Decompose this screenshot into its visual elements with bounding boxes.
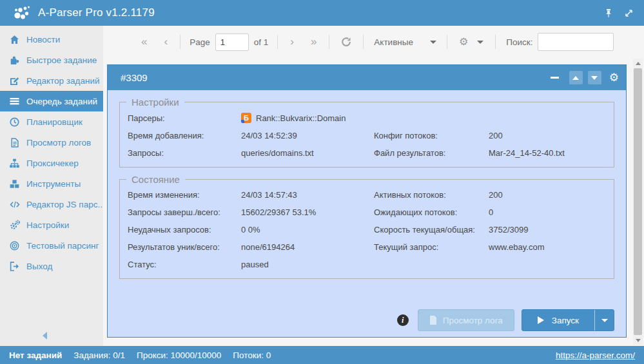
app-window: A-Parser Pro v1.2.1179 Новости Быстрое з… <box>0 0 644 364</box>
task-panel: #3309 ⚙ Настройки Парсеры: Б Rank::Bukva <box>107 64 627 338</box>
sidebar-item-task-queue[interactable]: Очередь заданий <box>0 91 103 111</box>
start-button[interactable]: Запуск <box>522 309 614 331</box>
scrollbar-thumb[interactable] <box>634 68 642 335</box>
chevron-down-icon <box>430 41 436 44</box>
toolbar-separator <box>495 35 496 49</box>
task-filter-value: Активные <box>374 37 413 47</box>
page-total-label: of 1 <box>254 37 269 47</box>
changed-time-label: Время изменения: <box>128 190 241 200</box>
scroll-up-button[interactable] <box>633 59 643 68</box>
list-icon <box>9 97 20 106</box>
toolbar-separator <box>363 35 364 49</box>
settings-legend: Настройки <box>126 97 184 108</box>
bukvarix-parser-icon: Б <box>241 113 251 123</box>
search-input[interactable] <box>538 33 614 51</box>
refresh-button[interactable] <box>333 37 359 47</box>
tasks-counter: Задания: 0/1 <box>73 350 125 360</box>
search-label: Поиск: <box>506 37 532 47</box>
status-label: Статус: <box>128 260 241 269</box>
triangle-down-icon <box>591 76 598 80</box>
task-panel-header: #3309 ⚙ <box>108 65 626 90</box>
a-parser-site-link[interactable]: https://a-parser.com/ <box>556 350 635 360</box>
task-filter-dropdown[interactable]: Активные <box>367 37 443 47</box>
sidebar-item-test-parsing[interactable]: Тестовый парсинг <box>0 235 103 256</box>
app-title: A-Parser Pro v1.2.1179 <box>38 6 155 19</box>
queries-done-label: Запросы заверш./всего: <box>128 207 241 217</box>
current-query-value: www.ebay.com <box>489 242 614 252</box>
first-page-button[interactable]: « <box>133 34 155 50</box>
task-settings-gear-icon[interactable]: ⚙ <box>609 72 619 83</box>
task-actions: i Просмотр лога Запуск <box>397 309 614 331</box>
cubes-icon <box>9 179 20 189</box>
triangle-up-icon <box>636 62 641 65</box>
sidebar-item-label: Просмотр логов <box>26 138 91 148</box>
pin-icon[interactable] <box>604 8 613 18</box>
sidebar-item-label: Тестовый парсинг <box>26 241 99 251</box>
speed-label: Скорость текущая/общая: <box>374 225 489 235</box>
expand-icon[interactable] <box>624 8 634 18</box>
start-label: Запуск <box>552 316 579 325</box>
field-row: Время добавления: 24/03 14:52:39 Конфиг … <box>120 127 614 144</box>
chevron-down-icon <box>601 319 608 322</box>
sidebar-item-task-editor[interactable]: Редактор заданий <box>0 70 103 91</box>
home-icon <box>9 35 20 44</box>
info-icon[interactable]: i <box>397 314 409 326</box>
prev-page-button[interactable]: ‹ <box>155 34 176 50</box>
field-row: Неудачных запросов: 0 0% Скорость текуща… <box>120 221 614 238</box>
result-file-value: Mar-24_14-52-40.txt <box>489 148 614 158</box>
last-page-button[interactable]: » <box>302 34 325 50</box>
failed-queries-value: 0 0% <box>241 225 374 235</box>
move-down-button[interactable] <box>588 71 601 84</box>
document-icon <box>429 316 437 325</box>
page-input[interactable] <box>215 34 249 51</box>
statusbar: Нет заданий Задания: 0/1 Прокси: 10000/1… <box>0 346 644 364</box>
queries-value: queries/domains.txt <box>241 148 374 158</box>
sidebar-item-scheduler[interactable]: Планировщик <box>0 111 103 132</box>
field-row: Запросы заверш./всего: 15602/29367 53.1%… <box>120 204 614 221</box>
active-threads-value: 200 <box>489 190 614 200</box>
sidebar-item-label: Новости <box>26 35 60 44</box>
sidebar-item-settings[interactable]: Настройки <box>0 215 103 235</box>
field-row: Запросы: queries/domains.txt Файл резуль… <box>120 144 614 162</box>
sidebar-collapse-button[interactable] <box>43 332 47 340</box>
view-log-label: Просмотр лога <box>443 316 503 325</box>
minimize-icon[interactable] <box>551 77 559 79</box>
changed-time-value: 24/03 14:57:43 <box>241 190 374 200</box>
sidebar-item-news[interactable]: Новости <box>0 29 103 50</box>
sidebar-item-tools[interactable]: Инструменты <box>0 173 103 194</box>
sidebar-item-label: Инструменты <box>26 179 81 189</box>
toolbar: « ‹ Page of 1 › » Активные ⚙ <box>103 26 644 58</box>
state-legend: Состояние <box>126 174 185 185</box>
code-icon <box>9 200 20 209</box>
main-area: « ‹ Page of 1 › » Активные ⚙ <box>103 26 644 346</box>
threads-config-label: Конфиг потоков: <box>374 131 489 140</box>
next-page-button[interactable]: › <box>282 34 302 50</box>
threads-counter: Потоки: 0 <box>233 350 271 360</box>
app-logo-icon <box>13 4 31 22</box>
sidebar-item-label: Редактор JS парс... <box>26 200 105 209</box>
view-log-button[interactable]: Просмотр лога <box>418 309 514 331</box>
sidebar-item-label: Планировщик <box>26 117 83 127</box>
move-up-button[interactable] <box>569 71 583 84</box>
sidebar-item-js-parser-editor[interactable]: Редактор JS парс... <box>0 194 103 215</box>
sidebar-item-quick-task[interactable]: Быстрое задание <box>0 50 103 70</box>
page-label: Page <box>190 37 210 47</box>
queries-done-value: 15602/29367 53.1% <box>241 207 374 217</box>
start-dropdown-button[interactable] <box>594 310 614 330</box>
sidebar-item-exit[interactable]: Выход <box>0 256 103 276</box>
puzzle-icon <box>9 55 20 65</box>
scroll-down-button[interactable] <box>633 336 643 345</box>
sitemap-icon <box>9 158 20 168</box>
parsers-value: Rank::Bukvarix::Domain <box>256 113 346 123</box>
toolbar-settings-dropdown[interactable]: ⚙ <box>451 37 491 47</box>
threads-config-value: 200 <box>489 131 614 140</box>
added-time-value: 24/03 14:52:39 <box>241 131 374 140</box>
sidebar-item-proxy-checker[interactable]: Проксичекер <box>0 153 103 173</box>
field-row: Результатов уник/всего: none/6194264 Тек… <box>120 238 614 256</box>
sidebar-item-label: Проксичекер <box>26 158 79 168</box>
waiting-threads-value: 0 <box>489 207 614 217</box>
triangle-up-icon <box>572 76 579 80</box>
chevron-down-icon <box>477 41 483 44</box>
file-icon <box>9 138 20 148</box>
sidebar-item-log-viewer[interactable]: Просмотр логов <box>0 132 103 153</box>
